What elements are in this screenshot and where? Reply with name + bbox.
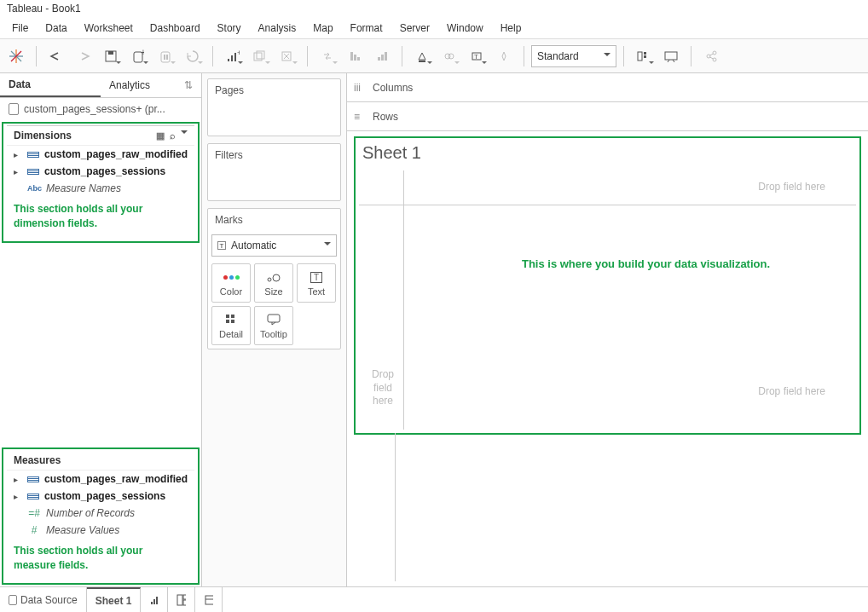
refresh-button[interactable] [180, 43, 205, 69]
mark-size-button[interactable]: Size [254, 263, 293, 303]
highlight-button[interactable] [409, 43, 435, 69]
text-icon: T [310, 269, 322, 285]
svg-rect-47 [231, 320, 234, 323]
filters-card[interactable]: Filters [207, 143, 341, 201]
measure-field[interactable]: =# Number of Records [7, 505, 194, 522]
group-button[interactable] [437, 43, 462, 69]
svg-point-43 [273, 274, 280, 281]
drop-hint-columns: Drop field here [758, 181, 825, 193]
svg-rect-10 [166, 55, 168, 60]
svg-rect-22 [357, 57, 360, 61]
data-pane: Data Analytics ⇅ custom_pages_sessions+ … [0, 73, 202, 586]
tab-data[interactable]: Data [0, 73, 101, 97]
menu-worksheet[interactable]: Worksheet [76, 19, 142, 38]
view-grid-icon[interactable]: ▦ [156, 130, 165, 141]
svg-rect-20 [350, 52, 353, 61]
marks-type-select[interactable]: TAutomatic [211, 234, 337, 257]
clear-button[interactable] [275, 43, 300, 69]
svg-rect-49 [151, 602, 153, 604]
menu-format[interactable]: Format [342, 19, 391, 38]
dimension-field[interactable]: Abc Measure Names [7, 180, 194, 197]
field-label: custom_pages_raw_modified [44, 473, 188, 485]
save-button[interactable] [98, 43, 124, 69]
field-label: custom_pages_sessions [44, 165, 165, 177]
presentation-mode-button[interactable] [658, 43, 684, 69]
menu-dashboard[interactable]: Dashboard [142, 19, 209, 38]
chevron-down-icon [324, 242, 331, 249]
new-story-tab-button[interactable]: + [195, 587, 223, 612]
data-source-tab[interactable]: Data Source [0, 587, 87, 612]
menu-story[interactable]: Story [209, 19, 250, 38]
expand-icon: ▸ [14, 475, 22, 484]
mark-text-button[interactable]: TText [297, 263, 336, 303]
new-worksheet-button[interactable]: + [220, 43, 246, 69]
svg-rect-51 [156, 597, 158, 604]
pin-button[interactable] [491, 43, 517, 69]
new-datasource-button[interactable]: + [125, 43, 151, 69]
sort-desc-button[interactable] [369, 43, 395, 69]
pause-auto-updates-button[interactable] [153, 43, 178, 69]
mark-label: Color [220, 286, 242, 297]
measure-field[interactable]: ▸ custom_pages_raw_modified [7, 471, 194, 488]
sheet-tabs-bar: Data Source Sheet 1 + + + [0, 586, 868, 612]
measures-heading: Measures [14, 454, 61, 466]
sheet-tab[interactable]: Sheet 1 [87, 587, 142, 612]
mark-tooltip-button[interactable]: Tooltip [254, 306, 293, 345]
sort-asc-button[interactable] [342, 43, 367, 69]
svg-rect-21 [354, 55, 356, 61]
menu-map[interactable]: Map [304, 19, 341, 38]
field-label: custom_pages_sessions [44, 490, 165, 502]
swap-button[interactable] [315, 43, 340, 69]
svg-rect-12 [231, 55, 233, 61]
chevron-down-icon [604, 53, 610, 60]
menu-file[interactable]: File [3, 19, 37, 38]
menu-bar: File Data Worksheet Dashboard Story Anal… [0, 19, 868, 39]
menu-caret-icon[interactable] [181, 130, 188, 137]
svg-rect-15 [254, 53, 262, 61]
show-cards-button[interactable] [631, 43, 657, 69]
dimension-field[interactable]: ▸ custom_pages_raw_modified [7, 146, 194, 163]
tableau-logo-icon[interactable] [3, 43, 29, 69]
mark-detail-button[interactable]: Detail [211, 306, 251, 345]
svg-rect-16 [257, 51, 264, 59]
pages-card[interactable]: Pages [207, 78, 341, 136]
show-labels-button[interactable]: T [464, 43, 489, 69]
measure-field[interactable]: # Measure Values [7, 522, 194, 539]
redo-button[interactable] [71, 43, 96, 69]
measure-field[interactable]: ▸ custom_pages_sessions [7, 488, 194, 505]
mark-label: Tooltip [260, 329, 287, 339]
menu-window[interactable]: Window [438, 19, 492, 38]
new-dashboard-tab-button[interactable]: + [168, 587, 195, 612]
menu-analysis[interactable]: Analysis [250, 19, 305, 38]
datasource-item[interactable]: custom_pages_sessions+ (pr... [0, 98, 201, 120]
columns-label: Columns [373, 82, 413, 94]
sheet-title[interactable]: Sheet 1 [362, 143, 421, 163]
menu-server[interactable]: Server [391, 19, 438, 38]
fit-select[interactable]: Standard [531, 45, 616, 67]
menu-help[interactable]: Help [492, 19, 530, 38]
svg-text:T: T [474, 53, 478, 61]
viz-canvas[interactable]: Sheet 1 Drop field here Drop field here … [354, 136, 861, 435]
search-icon[interactable]: ⌕ [170, 130, 176, 141]
dimension-field[interactable]: ▸ custom_pages_sessions [7, 163, 194, 180]
filters-title: Filters [208, 144, 340, 166]
columns-shelf[interactable]: iii Columns [347, 73, 868, 102]
tab-analytics[interactable]: Analytics ⇅ [101, 73, 201, 97]
fit-select-value: Standard [537, 50, 579, 62]
share-button[interactable] [698, 43, 724, 69]
svg-rect-46 [226, 320, 229, 323]
rows-shelf[interactable]: ≡ Rows [347, 102, 868, 131]
duplicate-button[interactable] [247, 43, 273, 69]
menu-data[interactable]: Data [37, 19, 75, 38]
dimensions-heading: Dimensions [14, 130, 72, 141]
table-icon [27, 476, 39, 482]
rows-label: Rows [373, 111, 398, 123]
svg-point-28 [448, 54, 454, 59]
field-label: Measure Values [46, 524, 119, 536]
svg-rect-34 [665, 52, 677, 60]
svg-rect-31 [638, 52, 642, 61]
pages-title: Pages [208, 79, 340, 101]
undo-button[interactable] [43, 43, 69, 69]
new-worksheet-tab-button[interactable]: + [141, 587, 168, 612]
mark-color-button[interactable]: Color [211, 263, 251, 303]
